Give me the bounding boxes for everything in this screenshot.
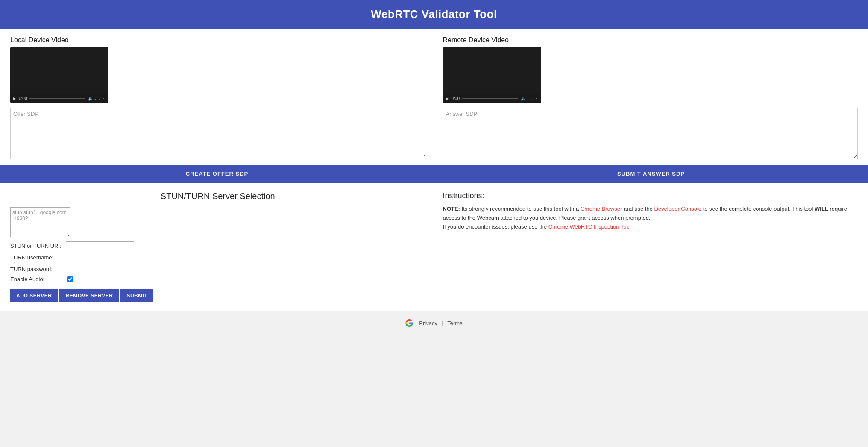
local-volume-icon[interactable]: 🔈: [88, 96, 93, 101]
turn-password-input[interactable]: [66, 265, 134, 273]
dev-console-link[interactable]: Developer Console: [654, 206, 701, 212]
turn-uri-label: STUN or TURN URI:: [10, 243, 66, 249]
remote-video-screen: [443, 47, 541, 94]
local-fullscreen-icon[interactable]: ⛶: [95, 96, 100, 101]
turn-password-label: TURN password:: [10, 266, 66, 272]
stun-server-list[interactable]: stun:stun1.l.google.com:19302: [10, 207, 70, 237]
remote-video-player[interactable]: ▶ 0:00 🔈 ⛶ ⋮: [443, 47, 541, 103]
local-progress-bar: [29, 98, 85, 99]
remote-video-right-icons: 🔈 ⛶ ⋮: [521, 96, 539, 101]
add-server-button[interactable]: ADD SERVER: [10, 289, 58, 302]
note-text1: Its strongly recommended to use this too…: [460, 206, 581, 212]
remote-video-time: 0:00: [452, 96, 460, 101]
action-bar: CREATE OFFER SDP SUBMIT ANSWER SDP: [0, 165, 868, 183]
remote-video-controls: ▶ 0:00 🔈 ⛶ ⋮: [443, 94, 541, 103]
remote-play-icon[interactable]: ▶: [446, 96, 449, 101]
turn-password-row: TURN password:: [10, 265, 425, 273]
answer-sdp-textarea[interactable]: [443, 108, 858, 159]
submit-stun-button[interactable]: SUBMIT: [120, 289, 153, 302]
remote-video-label: Remote Device Video: [443, 36, 858, 44]
note-text3: to see the complete console output. This…: [701, 206, 815, 212]
turn-username-label: TURN username:: [10, 254, 66, 261]
page-header: WebRTC Validator Tool: [0, 0, 868, 29]
local-video-screen: [10, 47, 108, 94]
local-video-controls: ▶ 0:00 🔈 ⛶ ⋮: [10, 94, 108, 103]
note-text2: and use the: [622, 206, 654, 212]
issue-text: If you do encounter issues, please use t…: [443, 224, 548, 230]
local-more-icon[interactable]: ⋮: [102, 96, 106, 101]
create-offer-button[interactable]: CREATE OFFER SDP: [0, 165, 434, 183]
remove-server-button[interactable]: REMOVE SERVER: [59, 289, 119, 302]
turn-uri-row: STUN or TURN URI:: [10, 241, 425, 250]
enable-audio-row: Enable Audio:: [10, 276, 425, 282]
enable-audio-checkbox[interactable]: [67, 276, 73, 282]
remote-fullscreen-icon[interactable]: ⛶: [528, 96, 532, 101]
page-title: WebRTC Validator Tool: [371, 8, 497, 21]
remote-more-icon[interactable]: ⋮: [534, 96, 539, 101]
stun-title: STUN/TURN Server Selection: [10, 191, 425, 201]
bottom-section: STUN/TURN Server Selection stun:stun1.l.…: [0, 183, 868, 311]
instructions-title: Instructions:: [443, 191, 858, 200]
turn-uri-input[interactable]: [66, 241, 134, 250]
instructions-body: NOTE: Its strongly recommended to use th…: [443, 205, 858, 231]
local-video-time: 0:00: [19, 96, 27, 101]
local-video-player[interactable]: ▶ 0:00 🔈 ⛶ ⋮: [10, 47, 108, 103]
will-bold: WILL: [815, 206, 828, 212]
offer-sdp-textarea[interactable]: [10, 108, 425, 159]
footer-divider: |: [442, 320, 443, 326]
local-video-right-icons: 🔈 ⛶ ⋮: [88, 96, 106, 101]
turn-username-input[interactable]: [66, 253, 134, 262]
submit-answer-button[interactable]: SUBMIT ANSWER SDP: [434, 165, 868, 183]
remote-volume-icon[interactable]: 🔈: [521, 96, 526, 101]
turn-username-row: TURN username:: [10, 253, 425, 262]
footer: Privacy | Terms: [0, 311, 868, 334]
local-play-icon[interactable]: ▶: [13, 96, 16, 101]
stun-buttons: ADD SERVER REMOVE SERVER SUBMIT: [10, 289, 425, 302]
instructions-section: Instructions: NOTE: Its strongly recomme…: [434, 191, 858, 302]
enable-audio-label: Enable Audio:: [10, 276, 66, 282]
stun-section: STUN/TURN Server Selection stun:stun1.l.…: [10, 191, 434, 302]
remote-progress-bar: [462, 98, 518, 99]
google-logo: [405, 319, 413, 327]
privacy-link[interactable]: Privacy: [419, 320, 437, 326]
chrome-webrtc-link[interactable]: Chrome WebRTC Inspection Tool: [548, 224, 631, 230]
note-label: NOTE:: [443, 206, 460, 212]
local-video-label: Local Device Video: [10, 36, 425, 44]
chrome-browser-link[interactable]: Chrome Browser: [581, 206, 622, 212]
terms-link[interactable]: Terms: [447, 320, 462, 326]
